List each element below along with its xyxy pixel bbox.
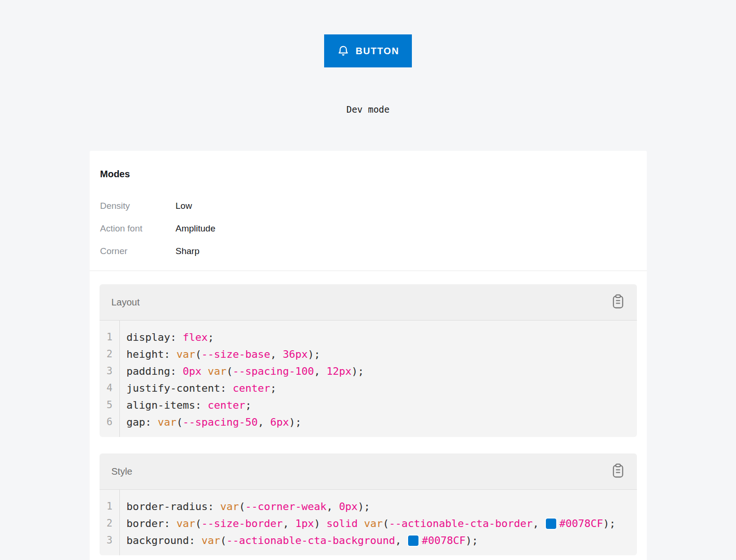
code-token: 0px — [339, 501, 358, 512]
code-token: , — [270, 348, 283, 360]
line-number: 2 — [100, 348, 119, 360]
code-token — [358, 518, 364, 529]
code-block-style: 1border-radius: var(--corner-weak, 0px);… — [100, 490, 637, 555]
color-swatch — [546, 519, 556, 529]
code-token: var — [220, 501, 239, 512]
code-token: ( — [226, 365, 233, 377]
code-token: background: — [126, 535, 201, 546]
code-token: #0078CF — [422, 535, 466, 546]
code-text: border-radius: var(--corner-weak, 0px); — [119, 501, 370, 512]
code-text: background: var(--actionable-cta-backgro… — [119, 535, 478, 546]
code-token: --spacing-50 — [183, 416, 258, 428]
code-token: border: — [126, 518, 176, 529]
code-text: display: flex; — [119, 331, 214, 343]
code-token: , — [283, 518, 295, 529]
code-token: , — [326, 501, 339, 512]
color-swatch — [408, 535, 418, 546]
panel-style: Style 1border-radius: var(--corner-weak,… — [100, 453, 637, 555]
code-token: var — [176, 348, 195, 360]
code-token: --actionable-cta-border — [389, 518, 533, 529]
code-line: 4justify-content: center; — [100, 379, 637, 396]
demo-button[interactable]: BUTTON — [324, 34, 412, 67]
code-text: gap: var(--spacing-50, 6px); — [119, 416, 301, 428]
code-token: 12px — [326, 365, 351, 377]
page: BUTTON Dev mode Modes Density Low Action… — [0, 0, 736, 560]
code-line: 5align-items: center; — [100, 396, 637, 413]
code-text: border: var(--size-border, 1px) solid va… — [119, 518, 616, 529]
code-token: gap: — [126, 416, 158, 428]
code-token: padding: — [126, 365, 183, 377]
modes-title: Modes — [100, 169, 636, 180]
copy-button[interactable] — [612, 463, 624, 479]
code-token: , — [314, 365, 326, 377]
code-text: height: var(--size-base, 36px); — [119, 348, 320, 360]
code-token: justify-content: — [126, 382, 233, 394]
code-token: ( — [176, 416, 183, 428]
code-token: var — [208, 365, 226, 377]
clipboard-icon — [612, 294, 624, 310]
code-token: ); — [603, 518, 616, 529]
panel-header: Style — [100, 453, 637, 490]
panel-title: Style — [111, 466, 132, 477]
code-token — [201, 365, 208, 377]
code-line: 3background: var(--actionable-cta-backgr… — [100, 532, 637, 549]
code-token: --actionable-cta-background — [226, 535, 395, 546]
code-line: 1border-radius: var(--corner-weak, 0px); — [100, 498, 637, 515]
mode-value: Amplitude — [176, 223, 216, 234]
code-line: 3padding: 0px var(--spacing-100, 12px); — [100, 362, 637, 379]
line-number: 3 — [100, 365, 119, 377]
line-number: 1 — [100, 501, 119, 512]
panel-header: Layout — [100, 284, 637, 321]
code-token: --spacing-100 — [233, 365, 314, 377]
code-token: , — [533, 518, 545, 529]
code-line: 2border: var(--size-border, 1px) solid v… — [100, 515, 637, 532]
code-token: 1px — [295, 518, 314, 529]
panel-layout: Layout 1display: flex;2height: var(--siz… — [100, 284, 637, 437]
divider — [90, 271, 647, 271]
code-text: align-items: center; — [119, 399, 251, 411]
code-token: ( — [220, 535, 226, 546]
line-number: 5 — [100, 399, 119, 411]
line-number: 1 — [100, 331, 119, 343]
mode-label: Density — [100, 201, 176, 211]
copy-button[interactable] — [612, 294, 624, 310]
code-text: padding: 0px var(--spacing-100, 12px); — [119, 365, 364, 377]
code-token: ; — [270, 382, 276, 394]
line-number: 3 — [100, 535, 119, 546]
code-token: , — [395, 535, 408, 546]
mode-row-action-font: Action font Amplitude — [100, 222, 636, 235]
code-token: center — [233, 382, 270, 394]
code-token: ( — [383, 518, 389, 529]
line-number: 2 — [100, 518, 119, 529]
code-token: #0078CF — [560, 518, 603, 529]
specs-card: Modes Density Low Action font Amplitude … — [90, 151, 647, 560]
code-line: 1display: flex; — [100, 329, 637, 346]
code-token: ; — [245, 399, 251, 411]
code-token: solid — [326, 518, 358, 529]
clipboard-icon — [612, 463, 624, 479]
modes-section: Modes Density Low Action font Amplitude … — [90, 151, 647, 258]
code-line: 6gap: var(--spacing-50, 6px); — [100, 413, 637, 430]
component-preview-area: BUTTON Dev mode — [0, 0, 736, 115]
code-token: 6px — [270, 416, 289, 428]
line-number: 6 — [100, 416, 119, 428]
code-token: ); — [289, 416, 301, 428]
mode-row-corner: Corner Sharp — [100, 245, 636, 258]
code-token: height: — [126, 348, 176, 360]
code-token: ( — [195, 518, 201, 529]
code-token: ( — [195, 348, 201, 360]
code-token: 0px — [183, 365, 201, 377]
code-token: 36px — [283, 348, 308, 360]
code-token: ; — [208, 331, 214, 343]
dev-mode-label: Dev mode — [0, 104, 736, 115]
code-token: ); — [466, 535, 478, 546]
code-token: align-items: — [126, 399, 208, 411]
mode-value: Low — [176, 201, 192, 211]
panel-title: Layout — [111, 297, 140, 308]
mode-label: Corner — [100, 246, 176, 256]
code-text: justify-content: center; — [119, 382, 276, 394]
bell-icon — [337, 44, 350, 58]
code-token: var — [364, 518, 383, 529]
mode-value: Sharp — [176, 246, 200, 256]
code-token: --size-base — [201, 348, 270, 360]
